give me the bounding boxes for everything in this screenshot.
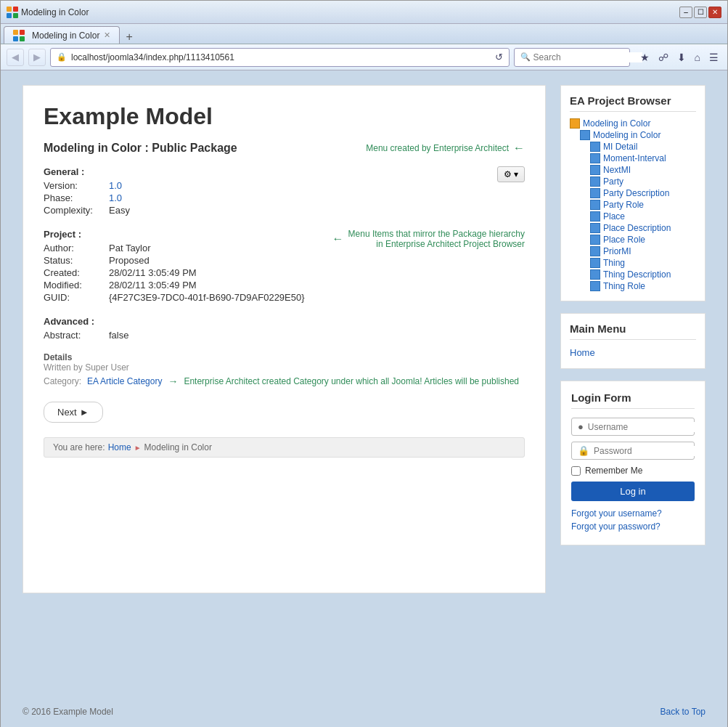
tree-item-link[interactable]: MI Detail [603,142,637,152]
download-icon[interactable]: ⬇ [674,50,689,65]
project-label: Project : [44,229,332,240]
version-label: Version: [44,180,109,191]
tree-item: Moment-Interval [570,153,696,164]
page-icon [590,165,600,175]
article-header-row: Modeling in Color : Public Package Menu … [44,142,525,155]
home-icon[interactable]: ⌂ [692,50,703,65]
bookmark-icon[interactable]: ★ [637,50,653,65]
tree-item-link[interactable]: Thing Role [603,281,645,291]
phase-label: Phase: [44,192,109,203]
menu-icon[interactable]: ☰ [706,50,721,65]
back-to-top-link[interactable]: Back to Top [660,707,705,717]
version-row: Version: 1.0 [44,180,130,191]
joomla-icon [7,7,18,18]
status-row: Status: Proposed [44,255,332,266]
tab-label: Modeling in Color [32,31,99,41]
status-val: Proposed [109,255,150,266]
page-icon [590,281,600,291]
menu-annotation: Menu created by Enterprise Architect ← [366,142,525,155]
page-footer: © 2016 Example Model Back to Top [1,695,727,727]
tree-item-link[interactable]: Thing Description [603,269,671,280]
tree-item-link[interactable]: Moment-Interval [603,153,666,163]
minimize-btn[interactable]: – [679,7,692,18]
page-icon [590,200,600,210]
reload-btn[interactable]: ↺ [495,52,503,62]
forgot-username-link[interactable]: Forgot your username? [571,508,695,519]
page-icon [590,188,600,198]
remember-checkbox[interactable] [571,466,581,476]
ea-browser-title: EA Project Browser [570,94,696,112]
svg-rect-5 [20,30,25,35]
search-bar[interactable]: 🔍 [514,48,630,67]
tree-item: Party Description [570,187,696,199]
maximize-btn[interactable]: ☐ [694,7,707,18]
tree-item-link[interactable]: Modeling in Color [583,118,650,129]
user-icon: ● [578,421,584,432]
gear-button[interactable]: ⚙ ▾ [497,166,525,182]
sidebar: EA Project Browser Modeling in ColorMode… [560,85,705,593]
login-btn[interactable]: Log in [571,482,695,501]
complexity-row: Complexity: Easy [44,205,130,216]
created-val: 28/02/11 3:05:49 PM [109,267,197,278]
next-button[interactable]: Next ► [44,402,103,423]
category-link[interactable]: EA Article Category [87,376,162,386]
article-area: Example Model Modeling in Color : Public… [23,85,546,593]
breadcrumb: You are here: Home ► Modeling in Color [44,437,525,458]
close-btn[interactable]: ✕ [708,7,721,18]
active-tab[interactable]: Modeling in Color ✕ [4,26,120,44]
breadcrumb-home-link[interactable]: Home [108,442,131,452]
modified-label: Modified: [44,280,109,291]
username-input[interactable] [588,422,697,432]
page-icon [590,153,600,163]
remember-row: Remember Me [571,466,695,476]
page-title: Example Model [44,103,525,130]
project-annotation: ← Menu Items that mirror the Package hie… [332,229,525,249]
written-by: Written by Super User [44,362,525,373]
phase-val: 1.0 [109,192,122,203]
created-label: Created: [44,267,109,278]
lock-icon: 🔒 [578,445,589,456]
project-annotation-text: Menu Items that mirror the Package hiera… [348,229,525,249]
page-icon [590,258,600,268]
search-input[interactable] [533,52,642,62]
reader-icon[interactable]: ☍ [655,50,671,65]
page-icon [590,176,600,187]
new-tab-btn[interactable]: + [120,31,138,44]
project-annotation-arrow: ← [332,232,344,245]
tree-item: MI Detail [570,141,696,153]
tree-item-link[interactable]: Party Role [603,200,644,210]
url-text: localhost/joomla34/index.php/1113410561 [71,52,491,62]
main-menu-title: Main Menu [570,322,696,340]
tree-item: NextMI [570,164,696,176]
back-btn[interactable]: ◀ [7,49,24,66]
tab-close-btn[interactable]: ✕ [104,31,110,40]
svg-rect-0 [7,7,12,12]
tree-item-link[interactable]: Place Role [603,235,645,245]
forgot-password-link[interactable]: Forgot your password? [571,521,695,532]
tree-item-link[interactable]: NextMI [603,165,631,175]
tree-item-link[interactable]: Party Description [603,188,669,198]
general-label: General : [44,166,130,177]
forward-btn[interactable]: ▶ [28,49,46,66]
tree-item-link[interactable]: Place Description [603,223,671,233]
ea-annotation-arrow: → [168,375,178,387]
advanced-section: Advanced : Abstract: false [44,316,525,341]
password-input[interactable] [594,446,703,456]
home-menu-link[interactable]: Home [570,346,696,360]
tree-item-link[interactable]: Party [603,176,623,187]
author-row: Author: Pat Taylor [44,243,332,253]
tree-item-link[interactable]: Modeling in Color [593,130,660,140]
svg-rect-6 [13,36,18,41]
tree-item: Party Role [570,199,696,211]
ea-browser-box: EA Project Browser Modeling in ColorMode… [560,85,705,301]
project-details: Project : Author: Pat Taylor Status: Pro… [44,229,332,304]
tree-item-link[interactable]: Place [603,211,625,222]
ea-annotation-text: Enterprise Architect created Category un… [184,376,519,386]
project-annotation-row: Project : Author: Pat Taylor Status: Pro… [44,229,525,304]
tree-item-link[interactable]: PriorMI [603,246,631,256]
folder-icon [570,118,580,129]
breadcrumb-current: Modeling in Color [144,442,212,452]
tree-item-link[interactable]: Thing [603,258,625,268]
tree-item: Place [570,211,696,222]
svg-rect-2 [7,13,12,18]
